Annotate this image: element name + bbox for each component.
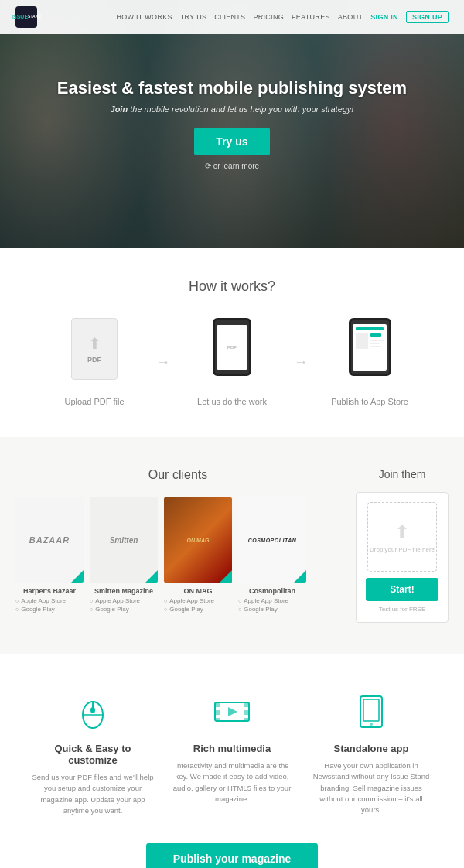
standalone-icon-container [352, 692, 391, 731]
step-work: PDF Let us do the work [186, 318, 278, 406]
learn-more-button[interactable]: or learn more [57, 162, 407, 170]
smitten-name: Smitten Magazine [90, 587, 158, 595]
svg-marker-11 [228, 707, 237, 716]
svg-rect-7 [215, 718, 220, 721]
svg-rect-8 [244, 702, 249, 707]
bazaar-google: Google Play [15, 606, 84, 613]
navbar: ISSUE STAND HOW IT WORKS TRY US CLIENTS … [0, 0, 464, 34]
try-us-button[interactable]: Try us [194, 128, 269, 155]
clients-section: Our clients BAZAAR Harper's Bazaar Apple… [0, 437, 464, 654]
customize-title: Quick & Easy to customize [31, 743, 155, 766]
svg-rect-10 [244, 718, 249, 721]
step-work-label: Let us do the work [186, 397, 278, 406]
step-upload: ⬆ PDF Upload PDF file [48, 318, 141, 406]
app-screen-content [353, 324, 387, 352]
step-publish: Publish to App Store [323, 318, 416, 406]
feature-multimedia: Rich multimedia Interactivity and multim… [170, 692, 294, 816]
try-free-label: Test us for FREE [366, 606, 438, 613]
features-grid: Quick & Easy to customize Send us your P… [15, 692, 449, 816]
cosmo-cover: COSMOPOLITAN [238, 497, 306, 583]
tablet-standalone-icon [359, 695, 384, 729]
standalone-desc: Have your own application in Newsstand w… [309, 760, 433, 815]
onmag-apple: Apple App Store [164, 597, 232, 604]
film-icon [213, 696, 251, 727]
nav-try-us[interactable]: TRY US [180, 13, 206, 21]
smitten-stores: Apple App Store Google Play [90, 597, 158, 613]
customize-icon-container [73, 692, 112, 731]
app-screen [353, 324, 387, 371]
client-card-onmag: ON MAG ON MAG Apple App Store Google Pla… [164, 497, 232, 613]
bazaar-cover: BAZAAR [15, 497, 84, 583]
svg-point-3 [90, 707, 95, 713]
sign-in-button[interactable]: SIGN IN [370, 13, 398, 21]
logo[interactable]: ISSUE STAND [15, 6, 37, 28]
tablet-icon: PDF [213, 318, 251, 376]
app-bar [356, 327, 384, 330]
step-publish-icon-container [343, 318, 397, 388]
cosmo-stores: Apple App Store Google Play [238, 597, 306, 613]
hero-content: Easiest & fastest mobile publishing syst… [57, 78, 407, 170]
how-steps: ⬆ PDF Upload PDF file → PDF Let us do th… [15, 318, 449, 406]
clients-inner: Our clients BAZAAR Harper's Bazaar Apple… [15, 468, 449, 623]
features-section: Quick & Easy to customize Send us your P… [0, 654, 464, 868]
arrow-icon-2: → [294, 354, 308, 371]
multimedia-desc: Interactivity and multimedia are the key… [170, 760, 294, 805]
bazaar-name: Harper's Bazaar [15, 587, 84, 595]
join-title: Join them [356, 468, 449, 480]
nav-pricing[interactable]: PRICING [253, 13, 284, 21]
step-upload-icon-container: ⬆ PDF [67, 318, 121, 388]
feature-standalone: Standalone app Have your own application… [309, 692, 433, 816]
join-section: Join them ⬆ Drop your PDF file here Star… [356, 468, 449, 623]
svg-point-14 [370, 723, 373, 726]
onmag-stores: Apple App Store Google Play [164, 597, 232, 613]
bazaar-apple: Apple App Store [15, 597, 84, 604]
tablet-pdf-label: PDF [227, 345, 237, 350]
step-work-icon-container: PDF [205, 318, 259, 388]
tablet-screen: PDF [217, 325, 247, 370]
corner-badge-cosmo [294, 570, 306, 583]
nav-how-it-works[interactable]: HOW IT WORKS [116, 13, 172, 21]
nav-clients[interactable]: CLIENTS [214, 13, 245, 21]
mouse-icon [77, 695, 108, 730]
step-publish-label: Publish to App Store [323, 397, 416, 406]
client-card-bazaar: BAZAAR Harper's Bazaar Apple App Store G… [15, 497, 84, 613]
logo-icon: ISSUE STAND [15, 6, 37, 28]
onmag-name: ON MAG [164, 587, 232, 595]
multimedia-title: Rich multimedia [170, 743, 294, 754]
customize-desc: Send us your PDF files and we'll help yo… [31, 772, 155, 816]
upload-arrow-icon: ⬆ [88, 334, 101, 353]
svg-rect-9 [244, 710, 249, 715]
nav-links: HOW IT WORKS TRY US CLIENTS PRICING FEAT… [116, 11, 449, 23]
client-card-smitten: Smitten Smitten Magazine Apple App Store… [90, 497, 158, 613]
cosmo-name: Cosmopolitan [238, 587, 306, 595]
svg-rect-5 [215, 702, 220, 707]
hero-subtitle: Join the mobile revolution and let us he… [57, 104, 407, 114]
hero-section: Easiest & fastest mobile publishing syst… [0, 0, 464, 248]
corner-badge [71, 570, 84, 583]
onmag-cover: ON MAG [164, 497, 232, 583]
upload-icon: ⬆ [394, 521, 410, 543]
arrow-icon-1: → [156, 354, 170, 371]
pdf-label: PDF [87, 356, 101, 364]
bazaar-stores: Apple App Store Google Play [15, 597, 84, 613]
corner-badge-smitten [145, 570, 158, 583]
drop-zone[interactable]: ⬆ Drop your PDF file here [367, 502, 437, 572]
smitten-google: Google Play [90, 606, 158, 613]
clients-title: Our clients [15, 468, 340, 482]
hero-title: Easiest & fastest mobile publishing syst… [57, 78, 407, 98]
feature-customize: Quick & Easy to customize Send us your P… [31, 692, 155, 816]
onmag-google: Google Play [164, 606, 232, 613]
publish-button[interactable]: Publish your magazine [146, 843, 318, 868]
nav-about[interactable]: ABOUT [338, 13, 363, 21]
how-title: How it works? [15, 279, 449, 295]
multimedia-icon-container [213, 692, 251, 731]
standalone-title: Standalone app [309, 743, 433, 754]
client-card-cosmo: COSMOPOLITAN Cosmopolitan Apple App Stor… [238, 497, 306, 613]
svg-rect-6 [215, 710, 220, 715]
sign-up-button[interactable]: SIGN UP [406, 11, 449, 23]
drop-label: Drop your PDF file here [370, 546, 435, 553]
client-cards: BAZAAR Harper's Bazaar Apple App Store G… [15, 497, 340, 613]
pdf-icon: ⬆ PDF [71, 318, 118, 380]
nav-features[interactable]: FEATURES [292, 13, 330, 21]
start-button[interactable]: Start! [366, 578, 438, 601]
